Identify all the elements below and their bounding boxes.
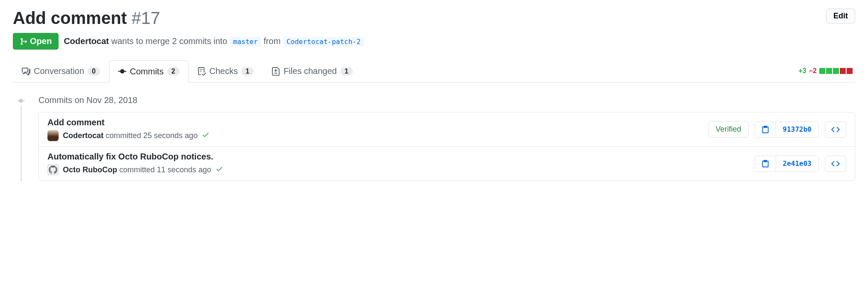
pr-author[interactable]: Codertocat <box>64 36 109 46</box>
pr-tabs: Conversation 0 Commits 2 Checks 1 Files … <box>13 60 855 83</box>
merge-text: wants to merge 2 commits into <box>111 36 227 46</box>
commit-group-date: Nov 28, 2018 <box>86 95 137 105</box>
check-icon[interactable] <box>216 165 223 175</box>
tab-conversation[interactable]: Conversation 0 <box>13 60 109 82</box>
commit-left: Add commentCodertocat committed 25 secon… <box>47 118 709 141</box>
tab-commits-count: 2 <box>167 67 180 76</box>
base-branch[interactable]: master <box>230 37 261 47</box>
browse-repo-button[interactable] <box>825 121 846 138</box>
tab-checks[interactable]: Checks 1 <box>189 60 263 82</box>
tab-checks-label: Checks <box>210 66 238 76</box>
commit-message[interactable]: Add comment <box>47 118 709 127</box>
copy-sha-button[interactable] <box>755 122 776 137</box>
tab-files-label: Files changed <box>283 66 337 76</box>
tab-conversation-count: 0 <box>88 67 100 76</box>
git-commit-icon <box>17 97 25 105</box>
diff-block-del <box>840 68 846 74</box>
pr-meta-text: Codertocat wants to merge 2 commits into… <box>64 36 364 46</box>
commit-row: Add commentCodertocat committed 25 secon… <box>39 112 855 147</box>
verified-badge[interactable]: Verified <box>709 121 749 138</box>
checklist-icon <box>198 67 206 76</box>
commit-right: 2e41e03 <box>755 156 846 172</box>
file-diff-icon <box>272 67 280 76</box>
pr-number: #17 <box>132 9 160 27</box>
commit-left: Automatically fix Octo RuboCop notices.O… <box>47 152 755 175</box>
tab-commits[interactable]: Commits 2 <box>109 60 189 83</box>
state-badge: Open <box>13 33 59 50</box>
timeline-line <box>21 106 22 181</box>
commit-author[interactable]: Octo RuboCop committed 11 seconds ago <box>63 165 211 174</box>
commit-message[interactable]: Automatically fix Octo RuboCop notices. <box>47 152 755 162</box>
diffstat: +3 −2 <box>799 67 856 75</box>
tab-files-count: 1 <box>340 67 353 76</box>
comment-discussion-icon <box>22 67 30 76</box>
diff-blocks <box>819 68 853 74</box>
pr-title-text: Add comment <box>13 9 127 27</box>
tab-commits-label: Commits <box>130 67 164 77</box>
commit-byline: Codertocat committed 25 seconds ago <box>47 130 709 141</box>
commit-group-title: Commits on Nov 28, 2018 <box>38 95 855 105</box>
copy-sha-button[interactable] <box>755 156 776 171</box>
avatar[interactable] <box>47 130 59 141</box>
sha-button-group: 2e41e03 <box>755 156 819 172</box>
tab-files[interactable]: Files changed 1 <box>263 60 361 82</box>
sha-button-group: 91372b0 <box>755 121 819 138</box>
tab-checks-count: 1 <box>241 67 254 76</box>
commit-row: Automatically fix Octo RuboCop notices.O… <box>39 147 855 180</box>
commit-author[interactable]: Codertocat committed 25 seconds ago <box>63 131 198 140</box>
from-text: from <box>263 36 280 46</box>
deletions-count: −2 <box>809 67 817 75</box>
pr-title: Add comment #17 <box>13 9 160 28</box>
commit-right: Verified91372b0 <box>709 121 846 138</box>
commit-list: Add commentCodertocat committed 25 secon… <box>38 112 855 181</box>
state-label: Open <box>30 36 52 46</box>
additions-count: +3 <box>799 67 806 75</box>
check-icon[interactable] <box>202 131 210 141</box>
diff-block-add <box>819 68 825 74</box>
head-branch[interactable]: Codertocat-patch-2 <box>283 37 364 47</box>
diff-block-del <box>847 68 853 74</box>
commit-timeline: Commits on Nov 28, 2018 Add commentCoder… <box>13 95 855 181</box>
pr-header: Add comment #17 Edit <box>13 9 855 28</box>
pr-meta-row: Open Codertocat wants to merge 2 commits… <box>13 33 855 50</box>
git-pull-request-icon <box>20 38 27 45</box>
browse-repo-button[interactable] <box>825 156 846 172</box>
edit-button[interactable]: Edit <box>826 9 855 24</box>
git-commit-icon <box>118 67 127 76</box>
diff-block-add <box>826 68 832 74</box>
commit-byline: Octo RuboCop committed 11 seconds ago <box>47 164 755 175</box>
commit-sha-link[interactable]: 2e41e03 <box>776 156 818 171</box>
commit-sha-link[interactable]: 91372b0 <box>776 122 818 137</box>
diff-block-add <box>833 68 839 74</box>
commit-group-prefix: Commits on <box>38 95 84 105</box>
avatar[interactable] <box>47 164 59 175</box>
tab-conversation-label: Conversation <box>34 66 84 76</box>
